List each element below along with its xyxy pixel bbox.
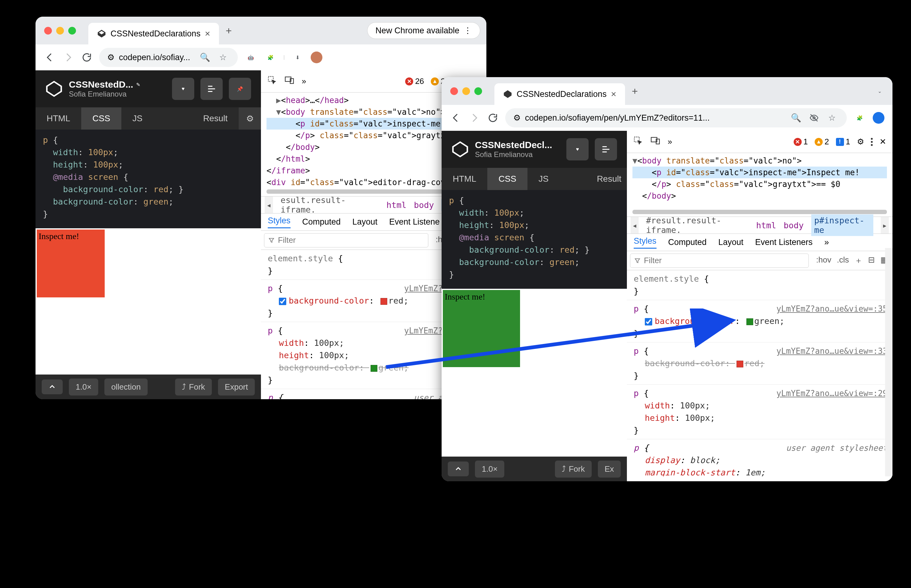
reload-button[interactable]: [81, 51, 93, 63]
close-tab-icon[interactable]: ×: [205, 28, 210, 39]
tab-computed[interactable]: Computed: [302, 217, 341, 227]
forward-button[interactable]: [468, 111, 480, 124]
devtools-close-icon[interactable]: ✕: [880, 137, 886, 147]
bookmark-icon[interactable]: ☆: [825, 111, 839, 124]
zoom-indicator[interactable]: 1.0×: [475, 460, 504, 478]
zoom-icon[interactable]: 🔍: [198, 51, 212, 64]
codepen-logo[interactable]: [45, 80, 63, 97]
breadcrumb-body[interactable]: body: [784, 221, 804, 230]
errors-badge[interactable]: ✕1: [794, 137, 808, 147]
tab-css[interactable]: CSS: [81, 107, 122, 129]
new-tab-button[interactable]: +: [632, 85, 638, 97]
back-button[interactable]: [44, 51, 56, 63]
edit-title-icon[interactable]: ✎: [136, 82, 140, 87]
export-button[interactable]: Ex: [598, 460, 621, 478]
hov-toggle[interactable]: :hov: [816, 255, 832, 266]
tab-js[interactable]: JS: [527, 168, 560, 190]
new-tab-button[interactable]: +: [226, 25, 232, 37]
profile-avatar[interactable]: [873, 112, 885, 124]
inspect-element-icon[interactable]: [267, 75, 277, 87]
tab-html[interactable]: HTML: [442, 168, 487, 190]
close-tab-icon[interactable]: ×: [611, 89, 616, 99]
collections-button[interactable]: ollection: [104, 378, 147, 396]
fork-button[interactable]: ⤴Fork: [175, 378, 212, 396]
cls-toggle[interactable]: .cls: [837, 255, 849, 266]
zoom-indicator[interactable]: 1.0×: [69, 378, 98, 396]
breadcrumb-body[interactable]: body: [414, 200, 434, 210]
maximize-window-dot[interactable]: [474, 87, 482, 95]
profile-avatar[interactable]: [311, 52, 323, 63]
computed-styles-toggle-icon[interactable]: ⊟: [868, 255, 875, 266]
device-toggle-icon[interactable]: [284, 75, 294, 87]
site-settings-icon[interactable]: ⚙: [513, 113, 521, 123]
minimize-window-dot[interactable]: [462, 87, 470, 95]
inspect-me-element[interactable]: Inspect me!: [37, 229, 105, 297]
errors-badge[interactable]: ✕26: [405, 76, 424, 86]
zoom-icon[interactable]: 🔍: [789, 111, 803, 124]
back-button[interactable]: [450, 111, 462, 124]
info-badge[interactable]: !1: [836, 137, 850, 147]
extensions-icon[interactable]: 🧩: [264, 51, 277, 64]
tab-styles[interactable]: Styles: [634, 236, 657, 249]
styles-rules[interactable]: element.style {}yLmYEmZ?ano…ue&view=:35p…: [627, 270, 893, 477]
reload-button[interactable]: [487, 111, 499, 124]
url-input[interactable]: ⚙ codepen.io/sofiay... 🔍 ☆: [99, 48, 238, 67]
window-chevron-down-icon[interactable]: ⌄: [873, 84, 886, 98]
horizontal-scrollbar[interactable]: [632, 210, 887, 214]
chrome-update-pill[interactable]: New Chrome available ⋮: [367, 22, 480, 39]
heart-button[interactable]: ♥: [172, 78, 194, 100]
more-tabs-icon[interactable]: »: [302, 76, 306, 86]
breadcrumb-scroll-right[interactable]: ▸: [881, 217, 889, 234]
close-window-dot[interactable]: [450, 87, 458, 95]
browser-tab[interactable]: CSSNestedDeclarations ×: [494, 83, 625, 105]
styles-filter-input[interactable]: Filter: [264, 233, 428, 247]
site-settings-icon[interactable]: ⚙: [107, 52, 115, 62]
breadcrumb-scroll-left[interactable]: ◂: [265, 197, 273, 213]
breadcrumb-iframe[interactable]: esult.result-iframe.: [280, 195, 379, 215]
elements-breadcrumb[interactable]: ◂ #result.result-iframe. html body p#ins…: [627, 216, 893, 234]
url-input[interactable]: ⚙ codepen.io/sofiayem/pen/yLmYEmZ?editor…: [505, 108, 847, 128]
more-tabs-icon[interactable]: »: [668, 137, 672, 147]
maximize-window-dot[interactable]: [68, 27, 76, 34]
warnings-badge[interactable]: ▲2: [815, 137, 829, 147]
tab-css[interactable]: CSS: [487, 168, 527, 190]
inspect-element-icon[interactable]: [633, 136, 643, 148]
eye-off-icon[interactable]: [807, 111, 821, 124]
view-button[interactable]: [595, 138, 617, 160]
tab-layout[interactable]: Layout: [352, 217, 378, 227]
downloads-icon[interactable]: ⬇: [291, 51, 305, 64]
device-toggle-icon[interactable]: [650, 136, 660, 148]
tab-html[interactable]: HTML: [36, 107, 81, 129]
css-editor[interactable]: p { width: 100px; height: 100px; @media …: [442, 190, 627, 289]
bookmark-icon[interactable]: ☆: [216, 51, 230, 64]
breadcrumb-selected[interactable]: p#inspect-me: [811, 215, 873, 236]
breadcrumb-scroll-left[interactable]: ◂: [631, 217, 639, 234]
minimize-window-dot[interactable]: [56, 27, 64, 34]
tab-js[interactable]: JS: [122, 107, 154, 129]
new-style-rule[interactable]: ＋: [854, 255, 862, 266]
forward-button[interactable]: [62, 51, 75, 63]
tab-event-listeners[interactable]: Event Listeners: [755, 237, 812, 247]
breadcrumb-html[interactable]: html: [386, 200, 407, 210]
devtools-menu-icon[interactable]: [871, 138, 873, 146]
breadcrumb-html[interactable]: html: [756, 221, 776, 230]
more-style-tabs-icon[interactable]: »: [824, 237, 829, 247]
tab-result[interactable]: Result: [586, 168, 627, 190]
tab-result[interactable]: Result: [192, 107, 239, 129]
close-window-dot[interactable]: [44, 27, 52, 34]
export-button[interactable]: Export: [218, 378, 255, 396]
tab-event-listeners[interactable]: Event Listene: [389, 217, 440, 227]
view-button[interactable]: [200, 78, 223, 100]
extensions-icon[interactable]: 🧩: [853, 111, 867, 124]
console-toggle[interactable]: [42, 380, 63, 394]
elements-dom-tree[interactable]: ▼<body translate="class="valc">no"> <p i…: [627, 153, 893, 208]
tab-computed[interactable]: Computed: [668, 237, 707, 247]
inspect-me-element[interactable]: Inspect me!: [443, 290, 520, 367]
heart-button[interactable]: ♥: [566, 138, 588, 160]
devtools-settings-icon[interactable]: ⚙: [857, 137, 864, 147]
codepen-logo[interactable]: [451, 141, 469, 158]
pin-button[interactable]: 📌: [229, 78, 251, 100]
browser-tab[interactable]: CSSNestedDeclarations ×: [88, 23, 219, 44]
breadcrumb-iframe[interactable]: #result.result-iframe.: [646, 216, 749, 235]
robot-icon[interactable]: 🤖: [244, 51, 258, 64]
